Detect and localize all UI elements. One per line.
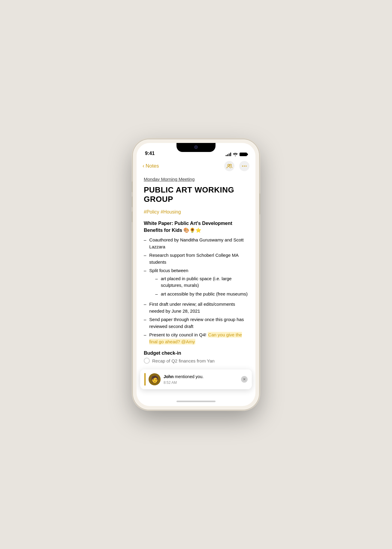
list-text: Coauthored by Nanditha Guruswamy and Sco… xyxy=(149,237,248,250)
list-text: art accessible by the public (free museu… xyxy=(161,291,248,298)
share-button[interactable] xyxy=(224,161,234,171)
notification-message: John mentioned you. xyxy=(164,374,238,380)
list-text: Split focus between – art placed in publ… xyxy=(149,267,248,299)
list-text: Present to city council in Q4! Can you g… xyxy=(149,332,248,345)
list-dash: – xyxy=(144,332,146,338)
back-button[interactable]: ‹ Notes xyxy=(143,163,159,169)
budget-preview-text: Recap of Q2 finances from Yan xyxy=(152,358,215,363)
back-label: Notes xyxy=(146,163,159,169)
list-dash: – xyxy=(144,316,146,323)
svg-point-2 xyxy=(242,165,243,166)
notification-time: 8:52 AM xyxy=(164,381,238,385)
notification-content: John mentioned you. 8:52 AM xyxy=(164,374,238,385)
list-text: art placed in public space (i.e. large s… xyxy=(161,275,248,289)
home-indicator xyxy=(137,396,255,406)
mention-tag[interactable]: @Amy xyxy=(181,339,195,344)
phone-device: 9:41 ‹ Notes xyxy=(133,139,259,410)
budget-heading: Budget check-in xyxy=(144,350,248,356)
notification-sender: John xyxy=(164,374,173,379)
battery-icon xyxy=(240,153,247,156)
list-dash: – xyxy=(144,237,146,244)
list-dash: – xyxy=(144,252,146,259)
chevron-left-icon: ‹ xyxy=(143,163,144,169)
navigation-bar: ‹ Notes xyxy=(137,159,255,174)
avatar: 🧑 xyxy=(149,373,161,385)
nav-actions xyxy=(224,161,249,171)
wifi-icon xyxy=(233,153,238,156)
status-time: 9:41 xyxy=(145,151,155,156)
list-checkbox[interactable] xyxy=(144,358,150,364)
status-icons xyxy=(226,153,247,156)
svg-point-3 xyxy=(244,165,245,166)
note-subtitle: Monday Morning Meeting xyxy=(144,177,248,182)
signal-icon xyxy=(226,153,231,156)
list-dash: – xyxy=(144,267,146,274)
notification-text: mentioned you. xyxy=(175,374,204,379)
note-title[interactable]: PUBLIC ART WORKING GROUP xyxy=(144,185,248,204)
ellipsis-icon xyxy=(241,163,247,169)
list-item: – Research support from Schoberl College… xyxy=(144,252,248,265)
notification-close-button[interactable]: ✕ xyxy=(241,376,248,383)
list-text: First draft under review; all edits/comm… xyxy=(149,301,248,314)
list-dash: – xyxy=(144,301,146,308)
note-content: Monday Morning Meeting PUBLIC ART WORKIN… xyxy=(137,174,255,396)
people-share-icon xyxy=(226,163,232,169)
svg-point-4 xyxy=(246,165,246,166)
budget-section: Budget check-in Recap of Q2 finances fro… xyxy=(144,350,248,364)
list-item: – art placed in public space (i.e. large… xyxy=(155,275,248,289)
list-item: – Split focus between – art placed in pu… xyxy=(144,267,248,299)
home-bar xyxy=(176,401,216,402)
more-button[interactable] xyxy=(239,161,249,171)
list-dash: – xyxy=(155,291,158,298)
notification-accent xyxy=(144,373,146,386)
list-item: – Send paper through review once this gr… xyxy=(144,316,248,330)
budget-preview: Recap of Q2 finances from Yan xyxy=(144,358,248,364)
list-item: – Coauthored by Nanditha Guruswamy and S… xyxy=(144,237,248,250)
list-item: – First draft under review; all edits/co… xyxy=(144,301,248,314)
highlight-text: Can you give the final go ahead? @Amy xyxy=(149,332,242,344)
list-text: Research support from Schoberl College M… xyxy=(149,252,248,265)
phone-screen: 9:41 ‹ Notes xyxy=(137,143,255,406)
note-tags[interactable]: #Policy #Housing xyxy=(144,209,248,215)
list-dash: – xyxy=(155,275,158,282)
svg-point-1 xyxy=(230,164,231,166)
notification-banner[interactable]: 🧑 John mentioned you. 8:52 AM ✕ xyxy=(140,369,252,389)
list-item: – art accessible by the public (free mus… xyxy=(155,291,248,298)
notch xyxy=(176,143,216,152)
list-text: Send paper through review once this grou… xyxy=(149,316,248,330)
sub-bullet-list: – art placed in public space (i.e. large… xyxy=(155,275,248,298)
list-item: – Present to city council in Q4! Can you… xyxy=(144,332,248,345)
white-paper-heading: White Paper: Public Art's Development Be… xyxy=(144,220,248,234)
front-camera xyxy=(194,145,198,149)
svg-point-0 xyxy=(228,164,230,166)
bullet-list: – Coauthored by Nanditha Guruswamy and S… xyxy=(144,237,248,345)
